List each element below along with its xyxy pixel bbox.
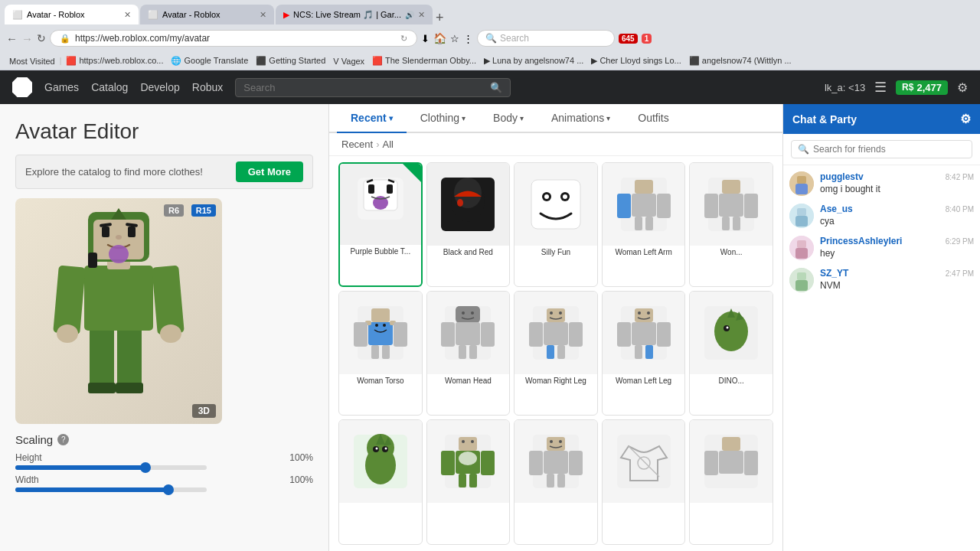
item-label: Woman Left Arm: [603, 246, 685, 259]
tab-outfits[interactable]: Outfits: [624, 104, 682, 132]
nav-games[interactable]: Games: [44, 81, 79, 93]
svg-rect-37: [635, 180, 653, 194]
new-tab-button[interactable]: +: [436, 11, 444, 24]
svg-point-78: [550, 311, 553, 315]
tab3-close[interactable]: ✕: [418, 10, 425, 20]
list-item[interactable]: Woman Right Leg: [514, 291, 598, 416]
avatar[interactable]: [789, 236, 814, 260]
chat-username[interactable]: Ase_us: [820, 204, 853, 214]
avatar[interactable]: [789, 268, 814, 292]
bookmark-cher[interactable]: ▶ Cher Lloyd sings Lo...: [588, 55, 684, 67]
svg-rect-118: [569, 451, 583, 475]
bookmark-translate[interactable]: 🌐 Google Translate: [168, 55, 251, 67]
extension-badge: 1: [642, 34, 652, 44]
reload-button[interactable]: ↻: [37, 32, 46, 44]
list-item[interactable]: [602, 419, 686, 545]
bookmark-getting-started[interactable]: ⬛ Getting Started: [253, 55, 328, 67]
item-label: Woman Head: [427, 374, 510, 387]
svg-point-17: [116, 235, 122, 240]
bookmark-vagex[interactable]: V Vagex: [330, 56, 368, 67]
tab1-close[interactable]: ✕: [124, 10, 131, 20]
list-item[interactable]: [514, 419, 598, 545]
nav-list-icon[interactable]: ☰: [874, 79, 887, 96]
bookmark-luna[interactable]: ▶ Luna by angelsnow74 ...: [481, 55, 586, 67]
height-slider-row: Height 100%: [15, 452, 313, 470]
r15-badge[interactable]: R15: [191, 204, 216, 217]
chat-search-input[interactable]: [813, 144, 965, 155]
avatar[interactable]: [789, 204, 814, 228]
list-item[interactable]: [426, 419, 511, 545]
nav-search-bar[interactable]: 🔍: [235, 78, 511, 97]
address-field[interactable]: 🔒 https://web.roblox.com/my/avatar ↻: [50, 30, 417, 47]
bookmark-most-visited[interactable]: Most Visited: [6, 56, 58, 67]
tab-recent[interactable]: Recent ▾: [337, 104, 407, 133]
browser-tab-1[interactable]: ⬜ Avatar - Roblox ✕: [5, 5, 139, 24]
star-btn[interactable]: ☆: [450, 33, 459, 44]
width-slider-row: Width 100%: [15, 474, 313, 492]
nav-robux[interactable]: Robux: [192, 81, 223, 93]
width-value: 100%: [289, 474, 313, 485]
nav-search-input[interactable]: [243, 82, 485, 93]
tab-animations[interactable]: Animations ▾: [537, 104, 624, 132]
list-item[interactable]: Woman Torso: [338, 291, 423, 416]
breadcrumb-all[interactable]: All: [383, 139, 394, 150]
tab-body[interactable]: Body ▾: [479, 104, 537, 132]
bookmark-btn[interactable]: 🏠: [433, 32, 446, 44]
list-item[interactable]: Woman Left Leg: [602, 291, 686, 416]
list-item[interactable]: Purple Bubble T...: [338, 162, 423, 287]
browser-address-bar: ← → ↻ 🔒 https://web.roblox.com/my/avatar…: [0, 24, 980, 52]
list-item[interactable]: Silly Fun: [514, 162, 598, 287]
body-dropdown-icon: ▾: [520, 114, 524, 122]
breadcrumb-recent[interactable]: Recent: [341, 139, 373, 150]
avatar[interactable]: [789, 171, 814, 196]
chat-username[interactable]: PrincessAshleyleri: [820, 236, 902, 246]
svg-rect-76: [547, 345, 554, 359]
r6-badge[interactable]: R6: [164, 204, 184, 217]
svg-point-7: [57, 324, 78, 343]
height-value: 100%: [289, 452, 313, 463]
chat-settings-icon[interactable]: ⚙: [960, 112, 971, 126]
svg-point-35: [563, 194, 567, 199]
width-slider-thumb[interactable]: [163, 484, 174, 495]
tab3-mute[interactable]: 🔊: [405, 11, 414, 19]
breadcrumb: Recent › All: [329, 133, 782, 156]
tab-clothing[interactable]: Clothing ▾: [407, 104, 479, 132]
forward-button[interactable]: →: [21, 32, 33, 45]
list-item[interactable]: Woman Head: [426, 291, 511, 416]
list-item[interactable]: Won...: [689, 162, 773, 287]
settings-icon[interactable]: ⚙: [957, 80, 968, 95]
nav-develop[interactable]: Develop: [140, 81, 179, 93]
browser-tab-3[interactable]: ▶ NCS: Live Stream 🎵 | Gar... 🔊 ✕: [276, 5, 433, 24]
back-button[interactable]: ←: [6, 32, 18, 45]
width-slider-track[interactable]: [15, 487, 207, 492]
svg-rect-75: [569, 322, 583, 347]
nav-catalog[interactable]: Catalog: [91, 81, 128, 93]
chat-text: cya: [820, 216, 974, 227]
chat-username[interactable]: pugglestv: [820, 171, 864, 182]
roblox-logo[interactable]: [12, 77, 32, 97]
get-more-button[interactable]: Get More: [236, 161, 303, 182]
list-item[interactable]: [338, 419, 423, 545]
tab2-close[interactable]: ✕: [260, 10, 266, 20]
bookmark-angelsnow[interactable]: ⬛ angelsnow74 (Wittlyn ...: [686, 55, 795, 67]
list-item[interactable]: Woman Left Arm: [602, 162, 686, 287]
robux-badge[interactable]: R$ 2,477: [896, 80, 948, 95]
tab1-title: Avatar - Roblox: [27, 10, 120, 19]
list-item[interactable]: [689, 419, 773, 545]
chat-username[interactable]: SZ_YT: [820, 268, 848, 279]
tab2-title: Avatar - Roblox: [162, 10, 256, 19]
browser-search-field[interactable]: 🔍 Search: [477, 30, 615, 47]
list-item[interactable]: Black and Red: [426, 162, 511, 287]
download-btn[interactable]: ⬇: [421, 33, 430, 44]
svg-point-107: [459, 452, 477, 465]
view-3d-badge[interactable]: 3D: [192, 404, 216, 418]
left-panel: Avatar Editor Explore the catalog to fin…: [0, 104, 329, 551]
list-item[interactable]: DINO...: [689, 291, 773, 416]
height-slider-track[interactable]: [15, 465, 207, 470]
menu-btn[interactable]: ⋮: [463, 33, 473, 44]
catalog-panel: Recent ▾ Clothing ▾ Body ▾ Animations ▾ …: [329, 104, 782, 551]
browser-tab-2[interactable]: ⬜ Avatar - Roblox ✕: [140, 5, 274, 24]
height-slider-thumb[interactable]: [140, 462, 151, 473]
bookmark-slenderman[interactable]: 🟥 The Slenderman Obby...: [369, 55, 479, 67]
bookmark-roblox[interactable]: 🟥 https://web.roblox.co...: [63, 55, 166, 67]
